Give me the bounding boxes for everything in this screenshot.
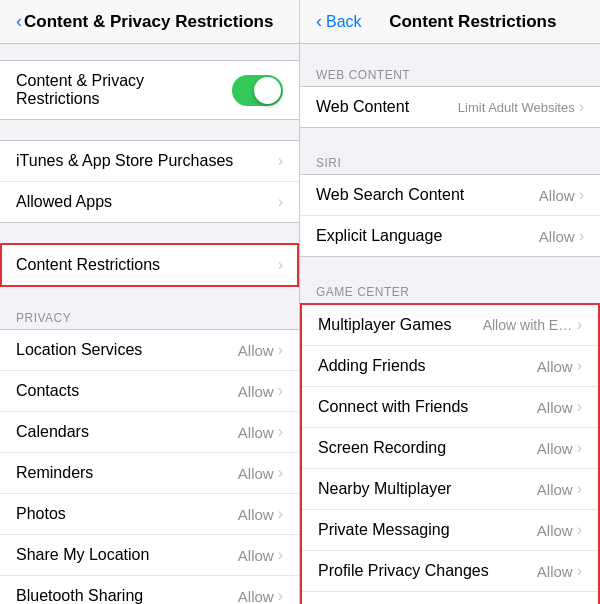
itunes-row[interactable]: iTunes & App Store Purchases › xyxy=(0,141,299,182)
reminders-row[interactable]: Reminders Allow › xyxy=(0,453,299,494)
photos-label: Photos xyxy=(16,505,238,523)
right-panel: ‹ Back Content Restrictions WEB CONTENT … xyxy=(300,0,600,604)
adding-friends-value: Allow xyxy=(537,358,573,375)
bluetooth-value: Allow xyxy=(238,588,274,605)
private-msg-value: Allow xyxy=(537,522,573,539)
siri-list: Web Search Content Allow › Explicit Lang… xyxy=(300,174,600,257)
calendars-label: Calendars xyxy=(16,423,238,441)
game-center-label: GAME CENTER xyxy=(300,277,600,303)
right-nav-title: Content Restrictions xyxy=(362,12,584,32)
screen-recording-row[interactable]: Screen Recording Allow › xyxy=(302,428,598,469)
photos-value: Allow xyxy=(238,506,274,523)
location-row[interactable]: Location Services Allow › xyxy=(0,330,299,371)
siri-label: SIRI xyxy=(300,148,600,174)
web-content-row-label: Web Content xyxy=(316,98,458,116)
share-location-value: Allow xyxy=(238,547,274,564)
itunes-label: iTunes & App Store Purchases xyxy=(16,152,278,170)
left-scroll-area[interactable]: Content & Privacy Restrictions iTunes & … xyxy=(0,44,299,604)
right-nav-bar: ‹ Back Content Restrictions xyxy=(300,0,600,44)
contacts-row[interactable]: Contacts Allow › xyxy=(0,371,299,412)
web-search-label: Web Search Content xyxy=(316,186,539,204)
nearby-multi-row[interactable]: Nearby Multiplayer Allow › xyxy=(302,469,598,510)
profile-privacy-row[interactable]: Profile Privacy Changes Allow › xyxy=(302,551,598,592)
privacy-label: PRIVACY xyxy=(0,303,299,329)
connect-friends-label: Connect with Friends xyxy=(318,398,537,416)
web-content-row[interactable]: Web Content Limit Adult Websites › xyxy=(300,87,600,127)
siri-section: SIRI Web Search Content Allow › Explicit… xyxy=(300,148,600,257)
web-content-label: WEB CONTENT xyxy=(300,60,600,86)
connect-friends-value: Allow xyxy=(537,399,573,416)
profile-privacy-label: Profile Privacy Changes xyxy=(318,562,537,580)
avatar-row[interactable]: Avatar & Nickname Changes Allow › xyxy=(302,592,598,604)
reminders-value: Allow xyxy=(238,465,274,482)
content-restrictions-label: Content Restrictions xyxy=(16,256,278,274)
web-content-list: Web Content Limit Adult Websites › xyxy=(300,86,600,128)
nearby-multi-label: Nearby Multiplayer xyxy=(318,480,537,498)
toggle-label: Content & Privacy Restrictions xyxy=(16,72,232,108)
itunes-chevron: › xyxy=(278,152,283,170)
share-location-label: Share My Location xyxy=(16,546,238,564)
connect-friends-row[interactable]: Connect with Friends Allow › xyxy=(302,387,598,428)
right-back-arrow: ‹ xyxy=(316,11,322,32)
privacy-section: PRIVACY Location Services Allow › Contac… xyxy=(0,303,299,604)
explicit-lang-label: Explicit Language xyxy=(316,227,539,245)
left-nav-bar: ‹ Content & Privacy Restrictions xyxy=(0,0,299,44)
explicit-lang-row[interactable]: Explicit Language Allow › xyxy=(300,216,600,256)
left-back-arrow: ‹ xyxy=(16,11,22,32)
private-msg-label: Private Messaging xyxy=(318,521,537,539)
multiplayer-label: Multiplayer Games xyxy=(318,316,483,334)
allowed-apps-label: Allowed Apps xyxy=(16,193,278,211)
private-msg-row[interactable]: Private Messaging Allow › xyxy=(302,510,598,551)
game-center-list: Multiplayer Games Allow with Every... › … xyxy=(300,303,600,604)
bluetooth-row[interactable]: Bluetooth Sharing Allow › xyxy=(0,576,299,604)
allowed-apps-chevron: › xyxy=(278,193,283,211)
screen-recording-value: Allow xyxy=(537,440,573,457)
screen-recording-label: Screen Recording xyxy=(318,439,537,457)
game-center-section-wrapper: GAME CENTER Multiplayer Games Allow with… xyxy=(300,277,600,604)
web-content-row-value: Limit Adult Websites xyxy=(458,100,575,115)
photos-row[interactable]: Photos Allow › xyxy=(0,494,299,535)
web-search-value: Allow xyxy=(539,187,575,204)
web-content-section: WEB CONTENT Web Content Limit Adult Webs… xyxy=(300,60,600,128)
explicit-lang-value: Allow xyxy=(539,228,575,245)
calendars-value: Allow xyxy=(238,424,274,441)
content-privacy-toggle-row: Content & Privacy Restrictions xyxy=(0,60,299,120)
profile-privacy-value: Allow xyxy=(537,563,573,580)
location-label: Location Services xyxy=(16,341,238,359)
left-panel: ‹ Content & Privacy Restrictions Content… xyxy=(0,0,300,604)
share-location-row[interactable]: Share My Location Allow › xyxy=(0,535,299,576)
menu-section: iTunes & App Store Purchases › Allowed A… xyxy=(0,140,299,223)
right-back-button[interactable]: ‹ Back xyxy=(316,11,362,32)
calendars-row[interactable]: Calendars Allow › xyxy=(0,412,299,453)
contacts-label: Contacts xyxy=(16,382,238,400)
location-value: Allow xyxy=(238,342,274,359)
right-scroll-area[interactable]: WEB CONTENT Web Content Limit Adult Webs… xyxy=(300,44,600,604)
toggle-switch[interactable] xyxy=(232,75,283,106)
reminders-label: Reminders xyxy=(16,464,238,482)
bluetooth-label: Bluetooth Sharing xyxy=(16,587,238,604)
contacts-value: Allow xyxy=(238,383,274,400)
privacy-list: Location Services Allow › Contacts Allow… xyxy=(0,329,299,604)
multiplayer-row[interactable]: Multiplayer Games Allow with Every... › xyxy=(302,305,598,346)
web-search-row[interactable]: Web Search Content Allow › xyxy=(300,175,600,216)
content-restrictions-row[interactable]: Content Restrictions › xyxy=(0,243,299,287)
multiplayer-value: Allow with Every... xyxy=(483,317,573,333)
main-menu-section: iTunes & App Store Purchases › Allowed A… xyxy=(0,140,299,287)
right-back-label: Back xyxy=(326,13,362,31)
content-restrictions-chevron: › xyxy=(278,256,283,274)
nearby-multi-value: Allow xyxy=(537,481,573,498)
allowed-apps-row[interactable]: Allowed Apps › xyxy=(0,182,299,222)
adding-friends-row[interactable]: Adding Friends Allow › xyxy=(302,346,598,387)
adding-friends-label: Adding Friends xyxy=(318,357,537,375)
left-nav-title: Content & Privacy Restrictions xyxy=(24,12,283,32)
